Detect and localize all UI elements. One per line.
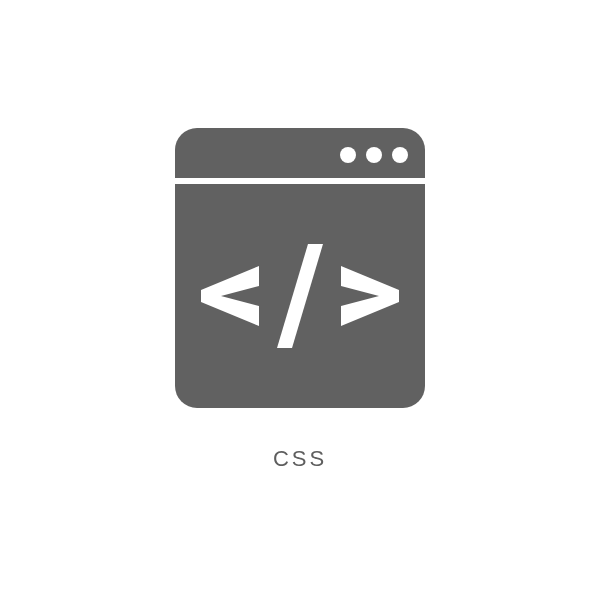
svg-rect-8 — [175, 128, 425, 408]
icon-with-label: CSS — [175, 128, 425, 472]
css-code-window-icon — [175, 128, 425, 408]
icon-label: CSS — [273, 446, 327, 472]
